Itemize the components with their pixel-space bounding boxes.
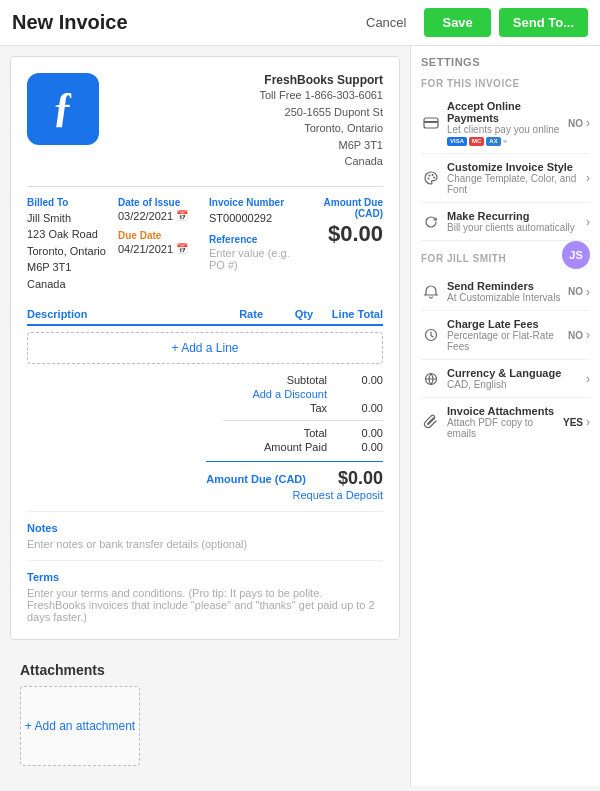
late-fees-right: NO › [568,328,590,342]
reminders-right: NO › [568,285,590,299]
customize-title: Customize Invoice Style [447,161,586,173]
accept-payments-title: Accept Online Payments [447,100,568,124]
globe-icon [421,369,441,389]
totals-section: Subtotal 0.00 Add a Discount Tax 0.00 To… [27,374,383,501]
notes-label: Notes [27,522,383,534]
terms-label: Terms [27,571,383,583]
due-date-label: Due Date [118,230,201,241]
jill-avatar: JS [562,241,590,269]
due-date-value[interactable]: 04/21/2021 📅 [118,243,201,255]
reminders-badge: NO [568,286,583,297]
settings-item-recurring[interactable]: Make Recurring Bill your clients automat… [421,203,590,241]
svg-point-4 [432,174,434,176]
settings-title: Settings [421,56,590,68]
settings-item-customize[interactable]: Customize Invoice Style Change Template,… [421,154,590,203]
invoice-number-value[interactable]: ST00000292 [209,210,292,227]
invoice-area: ƒ FreshBooks Support Toll Free 1-866-303… [0,46,410,786]
company-address2: Toronto, Ontario [249,120,383,137]
settings-item-content-currency: Currency & Language CAD, English [447,367,586,390]
settings-item-reminders[interactable]: Send Reminders At Customizable Intervals… [421,273,590,311]
col-qty: Qty [263,308,313,320]
send-button[interactable]: Send To... [499,8,588,37]
calendar-icon-2: 📅 [176,243,188,254]
dates-col: Date of Issue 03/22/2021 📅 Due Date 04/2… [118,197,201,293]
svg-point-2 [428,178,430,180]
more-cards-icon: + [503,137,508,146]
amount-paid-row: Amount Paid 0.00 [227,441,383,453]
clock-icon [421,325,441,345]
invoice-meta: Billed To Jill Smith 123 Oak Road Toront… [27,186,383,293]
col-description: Description [27,308,183,320]
add-line-button[interactable]: + Add a Line [27,332,383,364]
settings-item-invoice-attachments[interactable]: Invoice Attachments Attach PDF copy to e… [421,398,590,446]
discount-row: Add a Discount [227,388,383,400]
settings-item-accept-payments[interactable]: Accept Online Payments Let clients pay y… [421,93,590,154]
company-name: FreshBooks Support [249,73,383,87]
amount-due-total-value: $0.00 [338,468,383,489]
paperclip-icon [421,412,441,432]
for-this-invoice-label: FOR THIS INVOICE [421,78,590,89]
billed-to-col: Billed To Jill Smith 123 Oak Road Toront… [27,197,110,293]
mc-icon: MC [469,137,484,146]
svg-point-3 [429,175,431,177]
company-address3: M6P 3T1 [249,137,383,154]
notes-input[interactable]: Enter notes or bank transfer details (op… [27,538,383,550]
visa-icon: VISA [447,137,467,146]
currency-sub: CAD, English [447,379,586,390]
currency-arrow: › [586,372,590,386]
reference-input[interactable]: Enter value (e.g. PO #) [209,247,292,271]
settings-item-content-late-fees: Charge Late Fees Percentage or Flat-Rate… [447,318,568,352]
terms-input[interactable]: Enter your terms and conditions. (Pro ti… [27,587,383,623]
company-phone: Toll Free 1-866-303-6061 [249,87,383,104]
table-header: Description Rate Qty Line Total [27,308,383,326]
billed-to-address: 123 Oak Road [27,226,110,243]
billed-to-country: Canada [27,276,110,293]
date-issue-value[interactable]: 03/22/2021 📅 [118,210,201,222]
for-jill-label: FOR JILL SMITH [421,253,506,264]
col-rate: Rate [183,308,263,320]
notes-section: Notes Enter notes or bank transfer detai… [27,511,383,550]
request-deposit-link[interactable]: Request a Deposit [293,489,384,501]
reminders-arrow: › [586,285,590,299]
header-actions: Cancel Save Send To... [356,8,588,37]
attachments-title: Attachments [20,662,390,678]
tax-value: 0.00 [343,402,383,414]
logo-letter: ƒ [53,86,74,132]
settings-item-currency[interactable]: Currency & Language CAD, English › [421,360,590,398]
recurring-title: Make Recurring [447,210,586,222]
recurring-sub: Bill your clients automatically [447,222,586,233]
invoice-header: ƒ FreshBooks Support Toll Free 1-866-303… [27,73,383,170]
accept-payments-right: NO › [568,116,590,130]
billed-to-postal: M6P 3T1 [27,259,110,276]
recurring-arrow: › [586,215,590,229]
settings-item-late-fees[interactable]: Charge Late Fees Percentage or Flat-Rate… [421,311,590,360]
subtotal-label: Subtotal [227,374,327,386]
save-button[interactable]: Save [424,8,490,37]
cancel-button[interactable]: Cancel [356,9,416,36]
svg-point-5 [433,177,435,179]
discount-label[interactable]: Add a Discount [227,388,327,400]
customize-arrow: › [586,171,590,185]
subtotal-row: Subtotal 0.00 [227,374,383,386]
palette-icon [421,168,441,188]
billed-to-city: Toronto, Ontario [27,243,110,260]
amount-due-col: Amount Due (CAD) $0.00 [300,197,383,293]
terms-section: Terms Enter your terms and conditions. (… [27,560,383,623]
late-fees-title: Charge Late Fees [447,318,568,330]
company-address1: 250-1655 Dupont St [249,104,383,121]
invoice-attachments-right: YES › [563,415,590,429]
date-issue-label: Date of Issue [118,197,201,208]
reminders-sub: At Customizable Intervals [447,292,568,303]
accept-payments-badge: NO [568,118,583,129]
customize-right: › [586,171,590,185]
amount-due-row: Amount Due (CAD) $0.00 Request a Deposit [206,461,383,501]
add-attachment-button[interactable]: + Add an attachment [20,686,140,766]
reminders-title: Send Reminders [447,280,568,292]
amount-due-value: $0.00 [300,221,383,247]
late-fees-sub: Percentage or Flat-Rate Fees [447,330,568,352]
subtotal-value: 0.00 [343,374,383,386]
company-info: FreshBooks Support Toll Free 1-866-303-6… [249,73,383,170]
tax-row: Tax 0.00 [227,402,383,414]
invoice-number-label: Invoice Number [209,197,292,208]
tax-label: Tax [227,402,327,414]
